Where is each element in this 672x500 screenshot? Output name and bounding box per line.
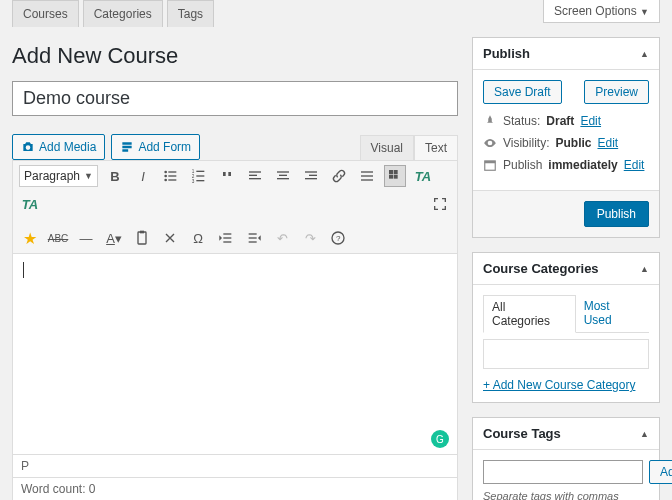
text-color-button[interactable]: A▾ — [103, 227, 125, 249]
edit-status-link[interactable]: Edit — [580, 114, 601, 128]
outdent-button[interactable] — [215, 227, 237, 249]
paste-text-button[interactable] — [131, 227, 153, 249]
star-button[interactable]: ★ — [19, 227, 41, 249]
editor-toolbar: Paragraph▼ B I 123 TA TA ★ ABC — — [13, 161, 457, 254]
bold-button[interactable]: B — [104, 165, 126, 187]
add-category-link[interactable]: + Add New Course Category — [483, 378, 635, 392]
publish-button[interactable]: Publish — [584, 201, 649, 227]
thrive-button-1[interactable]: TA — [412, 165, 434, 187]
italic-button[interactable]: I — [132, 165, 154, 187]
course-title-input[interactable] — [12, 81, 458, 116]
chevron-up-icon: ▲ — [640, 429, 649, 439]
status-meta: Status: Draft Edit — [483, 114, 649, 128]
bullet-list-button[interactable] — [160, 165, 182, 187]
svg-rect-13 — [249, 175, 257, 176]
svg-rect-19 — [309, 175, 317, 176]
more-button[interactable] — [356, 165, 378, 187]
format-select[interactable]: Paragraph▼ — [19, 165, 98, 187]
eye-icon — [483, 136, 497, 150]
svg-rect-31 — [223, 237, 231, 238]
tags-hint: Separate tags with commas — [483, 490, 649, 500]
align-left-button[interactable] — [244, 165, 266, 187]
svg-rect-27 — [394, 175, 398, 179]
svg-rect-23 — [361, 179, 373, 180]
svg-rect-16 — [279, 175, 287, 176]
svg-point-2 — [164, 175, 167, 178]
preview-button[interactable]: Preview — [584, 80, 649, 104]
strikethrough-button[interactable]: ABC — [47, 227, 69, 249]
fullscreen-button[interactable] — [429, 193, 451, 215]
horizontal-rule-button[interactable]: — — [75, 227, 97, 249]
categories-tab-most-used[interactable]: Most Used — [576, 295, 649, 332]
edit-schedule-link[interactable]: Edit — [624, 158, 645, 172]
pin-icon — [483, 114, 497, 128]
svg-rect-5 — [168, 179, 176, 180]
add-tag-button[interactable]: Add — [649, 460, 672, 484]
svg-rect-11 — [196, 180, 204, 181]
svg-rect-26 — [389, 175, 393, 179]
link-button[interactable] — [328, 165, 350, 187]
svg-rect-32 — [223, 241, 231, 242]
help-button[interactable]: ? — [327, 227, 349, 249]
clear-formatting-button[interactable] — [159, 227, 181, 249]
add-form-button[interactable]: Add Form — [111, 134, 200, 160]
editor-tab-visual[interactable]: Visual — [360, 135, 414, 160]
word-count: Word count: 0 — [12, 478, 458, 500]
svg-rect-28 — [138, 232, 146, 244]
indent-button[interactable] — [243, 227, 265, 249]
svg-rect-14 — [249, 178, 261, 179]
svg-point-4 — [164, 179, 167, 182]
toolbar-toggle-button[interactable] — [384, 165, 406, 187]
align-center-button[interactable] — [272, 165, 294, 187]
svg-rect-29 — [140, 231, 144, 234]
schedule-meta: Publish immediately Edit — [483, 158, 649, 172]
grammarly-icon[interactable]: G — [431, 430, 449, 448]
visibility-meta: Visibility: Public Edit — [483, 136, 649, 150]
publish-box: Publish▲ Save Draft Preview Status: Draf… — [472, 37, 660, 238]
thrive-button-2[interactable]: TA — [19, 193, 41, 215]
tab-courses[interactable]: Courses — [12, 0, 79, 27]
tags-box: Course Tags▲ Add Separate tags with comm… — [472, 417, 660, 500]
chevron-down-icon: ▼ — [640, 7, 649, 17]
chevron-up-icon: ▲ — [640, 49, 649, 59]
form-icon — [120, 140, 134, 154]
special-char-button[interactable]: Ω — [187, 227, 209, 249]
add-media-button[interactable]: Add Media — [12, 134, 105, 160]
edit-visibility-link[interactable]: Edit — [597, 136, 618, 150]
categories-box-header[interactable]: Course Categories▲ — [473, 253, 659, 285]
svg-rect-33 — [249, 233, 257, 234]
svg-rect-30 — [223, 233, 231, 234]
redo-button[interactable]: ↷ — [299, 227, 321, 249]
tab-tags[interactable]: Tags — [167, 0, 214, 27]
tags-box-header[interactable]: Course Tags▲ — [473, 418, 659, 450]
svg-rect-3 — [168, 175, 176, 176]
svg-rect-35 — [249, 241, 257, 242]
calendar-icon — [483, 158, 497, 172]
blockquote-button[interactable] — [216, 165, 238, 187]
svg-rect-9 — [196, 175, 204, 176]
svg-rect-12 — [249, 171, 261, 172]
svg-rect-18 — [305, 171, 317, 172]
editor-tab-text[interactable]: Text — [414, 135, 458, 160]
editor: Paragraph▼ B I 123 TA TA ★ ABC — — [12, 160, 458, 455]
screen-options-toggle[interactable]: Screen Options ▼ — [543, 0, 660, 23]
page-title: Add New Course — [12, 43, 458, 69]
publish-box-header[interactable]: Publish▲ — [473, 38, 659, 70]
undo-button[interactable]: ↶ — [271, 227, 293, 249]
save-draft-button[interactable]: Save Draft — [483, 80, 562, 104]
editor-content[interactable]: G — [13, 254, 457, 454]
tag-input[interactable] — [483, 460, 643, 484]
svg-rect-1 — [168, 171, 176, 172]
tab-categories[interactable]: Categories — [83, 0, 163, 27]
svg-text:?: ? — [336, 234, 341, 243]
text-cursor — [23, 262, 24, 278]
categories-box: Course Categories▲ All Categories Most U… — [472, 252, 660, 403]
chevron-up-icon: ▲ — [640, 264, 649, 274]
svg-rect-24 — [389, 170, 393, 174]
svg-point-0 — [164, 171, 167, 174]
chevron-down-icon: ▼ — [84, 171, 93, 181]
categories-tab-all[interactable]: All Categories — [483, 295, 576, 333]
align-right-button[interactable] — [300, 165, 322, 187]
numbered-list-button[interactable]: 123 — [188, 165, 210, 187]
categories-list — [483, 339, 649, 369]
